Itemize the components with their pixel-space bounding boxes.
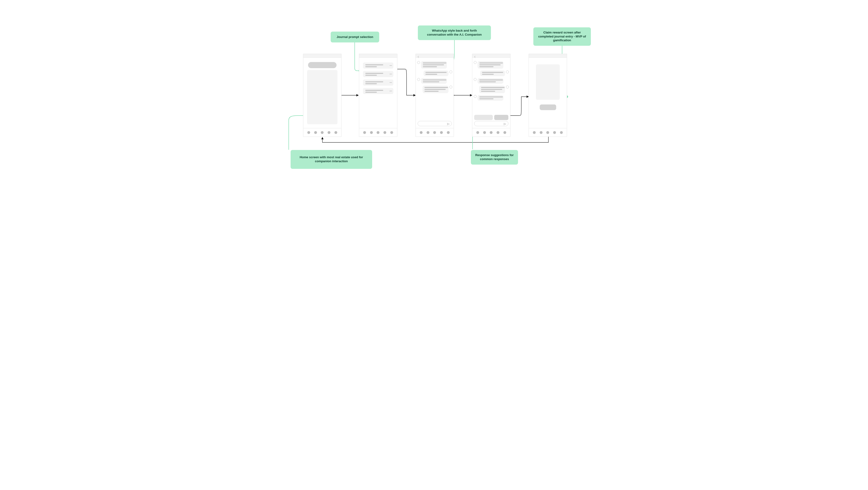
message-bubble [424,70,448,76]
message-ai [474,61,509,68]
back-icon[interactable] [474,55,476,57]
chevron-right-icon [390,74,392,74]
nav-item[interactable] [553,131,556,134]
nav-item[interactable] [427,131,429,134]
callout-chat-style: WhatsApp style back and forth conversati… [418,26,491,40]
message-ai [417,78,452,84]
suggestion-chip[interactable] [474,115,493,120]
nav-item[interactable] [307,131,310,134]
message-user [417,70,452,76]
message-bubble [479,86,505,93]
message-ai [474,78,509,84]
prompt-item[interactable] [363,71,393,77]
bottom-nav [359,128,397,137]
chevron-right-icon [390,91,392,91]
status-bar [472,54,510,58]
nav-item[interactable] [390,131,393,134]
send-icon[interactable] [503,122,506,125]
text-line [365,81,383,82]
nav-item[interactable] [433,131,436,134]
nav-item[interactable] [370,131,373,134]
callout-claim-reward: Claim reward screen after completed jour… [533,27,591,46]
nav-item[interactable] [377,131,379,134]
callout-home: Home screen with most real estate used f… [290,150,372,169]
nav-item[interactable] [363,131,366,134]
prompt-item[interactable] [363,88,393,94]
claim-reward-button[interactable] [540,105,556,110]
message-bubble [477,78,503,84]
suggestion-chip[interactable] [494,115,508,120]
message-bubble [480,70,505,76]
nav-item[interactable] [447,131,450,134]
avatar-icon [474,95,476,98]
suggestion-row [474,115,508,120]
home-header-pill [308,62,337,68]
nav-item[interactable] [490,131,493,134]
callout-journal-prompt: Journal prompt selection [331,32,379,42]
status-bar [416,54,454,58]
status-bar [529,54,567,58]
nav-item[interactable] [533,131,536,134]
bottom-nav [416,128,454,137]
status-bar [359,54,397,58]
nav-item[interactable] [540,131,542,134]
nav-item[interactable] [383,131,386,134]
nav-item[interactable] [503,131,506,134]
chevron-right-icon [390,82,392,83]
bottom-nav [529,128,567,137]
message-user [474,86,509,93]
message-ai [417,61,452,68]
chat-thread [416,58,454,128]
chevron-right-icon [390,65,392,66]
avatar-icon [417,61,420,64]
nav-item[interactable] [334,131,337,134]
nav-item[interactable] [440,131,443,134]
nav-item[interactable] [420,131,423,134]
nav-item[interactable] [483,131,486,134]
reward-content [529,58,567,128]
nav-item[interactable] [321,131,323,134]
send-icon[interactable] [447,122,450,125]
text-line [365,73,383,74]
message-bubble [477,95,503,101]
screen-home [303,54,341,137]
message-ai [474,95,509,101]
text-line [365,66,377,67]
message-bubble [421,61,447,68]
callout-suggestions: Response suggestions for common response… [471,150,518,165]
back-icon[interactable] [417,55,420,57]
status-bar [303,54,341,58]
nav-item[interactable] [560,131,563,134]
screen-prompt-selection [359,54,397,137]
prompt-item[interactable] [363,62,393,68]
message-bubble [423,86,448,93]
text-line [365,90,383,91]
companion-main-panel[interactable] [307,70,338,124]
avatar-icon [474,61,476,64]
nav-item[interactable] [328,131,331,134]
home-content [303,58,341,128]
avatar-icon [506,86,509,88]
reward-card [536,64,560,100]
avatar-icon [506,70,509,73]
bottom-nav [303,128,341,137]
message-bubble [421,78,447,84]
nav-item[interactable] [314,131,317,134]
text-line [365,75,377,76]
message-user [417,86,452,93]
screen-reward [529,54,567,137]
nav-item[interactable] [546,131,549,134]
message-user [474,70,509,76]
message-input[interactable] [417,121,452,126]
prompt-item[interactable] [363,80,393,86]
message-input[interactable] [474,121,508,126]
chat-thread [472,58,510,128]
wireflow-diagram: Journal prompt selection WhatsApp style … [260,0,608,196]
message-bubble [477,61,503,68]
avatar-icon [417,78,420,81]
nav-item[interactable] [476,131,479,134]
prompt-list [359,58,397,128]
avatar-icon [450,70,452,73]
nav-item[interactable] [497,131,499,134]
screen-chat [415,54,454,137]
